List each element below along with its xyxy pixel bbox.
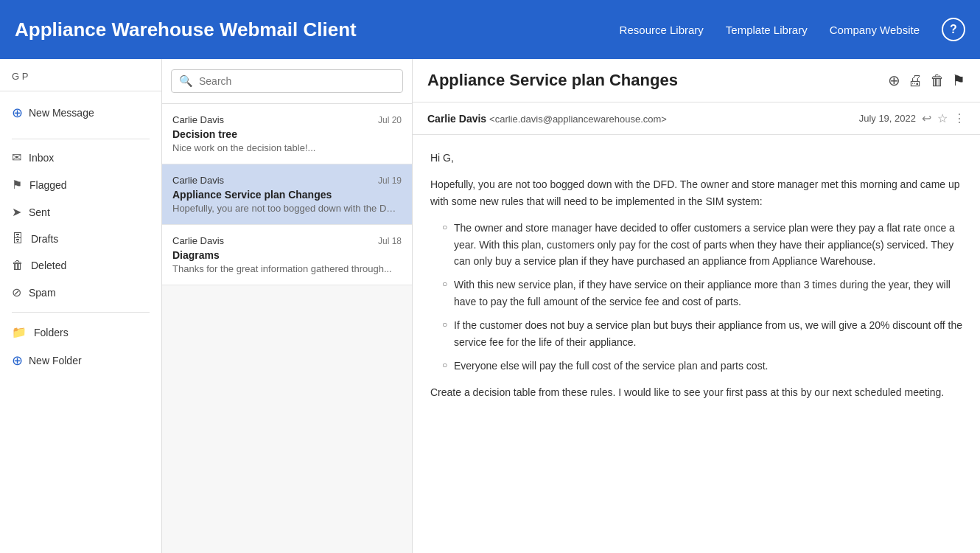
new-folder-label: New Folder bbox=[29, 355, 82, 366]
bullet-item-4: Everyone else will pay the full cost of … bbox=[442, 358, 962, 374]
email-item-header: Carlie Davis Jul 19 bbox=[172, 175, 402, 186]
sidebar-folders-label: Folders bbox=[34, 327, 69, 338]
email-detail-header: Appliance Service plan Changes ⊕ 🖨 🗑 ⚑ bbox=[413, 59, 980, 102]
sidebar-drafts-label: Drafts bbox=[31, 233, 58, 245]
sidebar-item-inbox[interactable]: ✉ Inbox bbox=[0, 144, 161, 171]
inbox-icon: ✉ bbox=[12, 150, 21, 164]
email-meta-right: July 19, 2022 ↩ ☆ ⋮ bbox=[859, 111, 965, 125]
header: Appliance Warehouse Webmail Client Resou… bbox=[0, 0, 980, 59]
help-button[interactable]: ? bbox=[942, 18, 965, 41]
email-list-item[interactable]: Carlie Davis Jul 18 Diagrams Thanks for … bbox=[162, 225, 412, 285]
email-subject: Decision tree bbox=[172, 128, 402, 140]
new-message-button[interactable]: ⊕ New Message bbox=[0, 97, 161, 128]
received-date: July 19, 2022 bbox=[859, 113, 916, 124]
from-name: Carlie Davis bbox=[427, 113, 486, 125]
sidebar-item-flagged[interactable]: ⚑ Flagged bbox=[0, 171, 161, 198]
email-bullet-list: The owner and store manager have decided… bbox=[442, 220, 962, 374]
template-library-link[interactable]: Template Library bbox=[726, 24, 808, 36]
email-body: Hi G, Hopefully, you are not too bogged … bbox=[413, 135, 980, 426]
delete-action-icon[interactable]: 🗑 bbox=[930, 72, 945, 89]
email-preview: Hopefully, you are not too bogged down w… bbox=[172, 203, 402, 214]
print-action-icon[interactable]: 🖨 bbox=[908, 72, 923, 89]
resource-library-link[interactable]: Resource Library bbox=[620, 24, 704, 36]
from-email: <carlie.davis@appliancewarehouse.com> bbox=[489, 114, 667, 125]
reply-icon[interactable]: ↩ bbox=[922, 111, 931, 125]
email-meta: Carlie Davis <carlie.davis@applianceware… bbox=[413, 102, 980, 135]
email-detail-actions: ⊕ 🖨 🗑 ⚑ bbox=[888, 72, 965, 89]
new-folder-button[interactable]: ⊕ New Folder bbox=[0, 346, 161, 375]
drafts-icon: 🗄 bbox=[12, 232, 24, 246]
email-meta-left: Carlie Davis <carlie.davis@applianceware… bbox=[427, 113, 667, 125]
sidebar-item-folders[interactable]: 📁 Folders bbox=[0, 319, 161, 346]
email-detail-pane: Appliance Service plan Changes ⊕ 🖨 🗑 ⚑ C… bbox=[413, 59, 980, 553]
bullet-item-3: If the customer does not buy a service p… bbox=[442, 317, 962, 350]
sidebar-deleted-label: Deleted bbox=[31, 260, 66, 271]
sidebar-divider-2 bbox=[12, 312, 150, 313]
sent-icon: ➤ bbox=[12, 205, 21, 219]
sidebar-inbox-label: Inbox bbox=[29, 152, 54, 164]
flag-action-icon[interactable]: ⚑ bbox=[952, 72, 965, 89]
plus-icon: ⊕ bbox=[12, 105, 23, 121]
email-intro: Hopefully, you are not too bogged down w… bbox=[430, 176, 962, 209]
user-initials: G P bbox=[0, 71, 161, 91]
bullet-item-1: The owner and store manager have decided… bbox=[442, 220, 962, 269]
email-list-pane: 🔍 Carlie Davis Jul 20 Decision tree Nice… bbox=[162, 59, 413, 553]
search-input[interactable] bbox=[199, 75, 395, 87]
email-list-item[interactable]: Carlie Davis Jul 19 Appliance Service pl… bbox=[162, 164, 412, 225]
search-bar: 🔍 bbox=[162, 59, 412, 104]
email-date: Jul 20 bbox=[378, 115, 402, 125]
sidebar-item-deleted[interactable]: 🗑 Deleted bbox=[0, 252, 161, 279]
email-subject: Appliance Service plan Changes bbox=[172, 189, 402, 201]
email-sender: Carlie Davis bbox=[172, 175, 224, 186]
sidebar-spam-label: Spam bbox=[29, 287, 56, 299]
flag-icon: ⚑ bbox=[12, 178, 22, 192]
email-date: Jul 18 bbox=[378, 236, 402, 246]
email-sender: Carlie Davis bbox=[172, 114, 224, 125]
header-navigation: Resource Library Template Library Compan… bbox=[620, 18, 965, 41]
app-title: Appliance Warehouse Webmail Client bbox=[15, 18, 620, 41]
email-date: Jul 19 bbox=[378, 175, 402, 186]
email-detail-title: Appliance Service plan Changes bbox=[427, 71, 678, 90]
sidebar-flagged-label: Flagged bbox=[29, 179, 67, 191]
email-item-header: Carlie Davis Jul 18 bbox=[172, 235, 402, 246]
sidebar-divider-1 bbox=[12, 139, 150, 139]
email-subject: Diagrams bbox=[172, 249, 402, 261]
main-layout: G P ⊕ New Message ✉ Inbox ⚑ Flagged ➤ Se… bbox=[0, 59, 980, 553]
new-folder-plus-icon: ⊕ bbox=[12, 352, 23, 369]
new-message-label: New Message bbox=[29, 107, 94, 119]
spam-icon: ⊘ bbox=[12, 285, 21, 299]
sidebar-sent-label: Sent bbox=[29, 206, 50, 218]
sidebar-item-sent[interactable]: ➤ Sent bbox=[0, 198, 161, 226]
more-options-icon[interactable]: ⋮ bbox=[953, 111, 965, 125]
email-preview: Thanks for the great information gathere… bbox=[172, 263, 402, 274]
deleted-icon: 🗑 bbox=[12, 259, 24, 272]
sidebar-item-drafts[interactable]: 🗄 Drafts bbox=[0, 226, 161, 252]
email-greeting: Hi G, bbox=[430, 150, 962, 166]
add-action-icon[interactable]: ⊕ bbox=[888, 72, 900, 89]
email-closing: Create a decision table from these rules… bbox=[430, 384, 962, 400]
search-input-wrapper: 🔍 bbox=[171, 69, 403, 93]
sidebar-item-spam[interactable]: ⊘ Spam bbox=[0, 279, 161, 306]
search-icon: 🔍 bbox=[179, 74, 193, 88]
email-list-item[interactable]: Carlie Davis Jul 20 Decision tree Nice w… bbox=[162, 104, 412, 164]
folder-icon: 📁 bbox=[12, 325, 27, 339]
email-sender: Carlie Davis bbox=[172, 235, 224, 246]
email-preview: Nice work on the decision table!... bbox=[172, 142, 402, 153]
sidebar: G P ⊕ New Message ✉ Inbox ⚑ Flagged ➤ Se… bbox=[0, 59, 162, 553]
bullet-item-2: With this new service plan, if they have… bbox=[442, 276, 962, 310]
company-website-link[interactable]: Company Website bbox=[830, 24, 920, 36]
email-item-header: Carlie Davis Jul 20 bbox=[172, 114, 402, 125]
star-icon[interactable]: ☆ bbox=[937, 111, 948, 125]
